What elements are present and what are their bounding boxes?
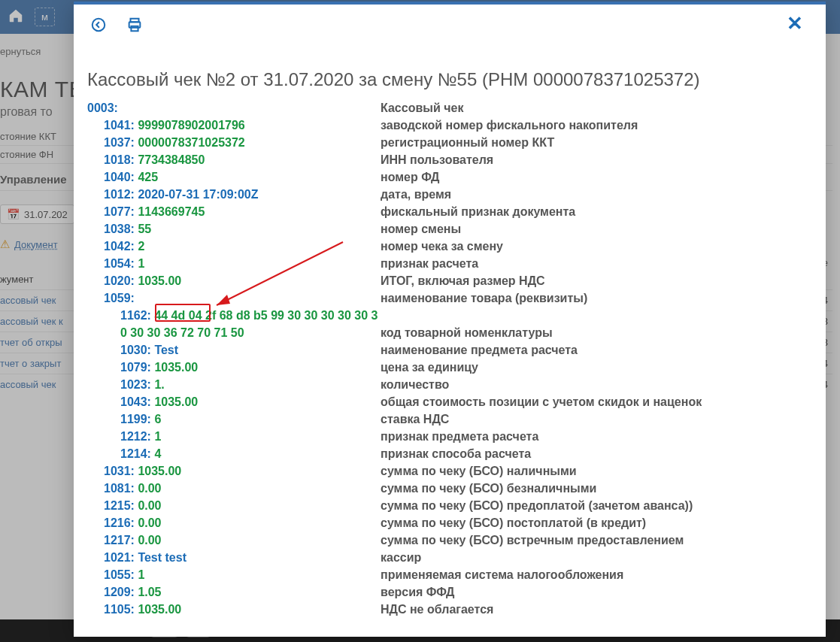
- receipt-field: 1162: 44 4d 04 2f 68 d8 b5 99 30 30 30 3…: [87, 307, 803, 341]
- receipt-field: 1021: Test testкассир: [87, 549, 803, 566]
- receipt-field: 1105: 1035.00НДС не облагается: [87, 601, 803, 618]
- field-description: применяемая система налогообложения: [381, 566, 803, 583]
- field-description: ИНН пользователя: [381, 151, 803, 168]
- receipt-field: 1054: 1признак расчета: [87, 255, 803, 272]
- field-description: код товарной номенклатуры: [381, 307, 803, 341]
- print-button[interactable]: [123, 14, 146, 36]
- field-description: кассир: [381, 549, 803, 566]
- receipt-field: 1038: 55номер смены: [87, 220, 803, 238]
- field-description: общая стоимость позиции с учетом скидок …: [381, 393, 803, 410]
- field-description: ИТОГ, включая размер НДС: [381, 272, 803, 289]
- field-description: Кассовый чек: [381, 99, 803, 117]
- field-description: наименование товара (реквизиты): [381, 289, 803, 307]
- field-description: сумма по чеку (БСО) встречным предоставл…: [381, 531, 803, 549]
- close-button[interactable]: ✕: [787, 14, 803, 33]
- receipt-field: 0003:Кассовый чек: [87, 99, 803, 117]
- receipt-field: 1030: Testнаименование предмета расчета: [87, 341, 803, 359]
- receipt-field: 1037: 0000078371025372регистрационный но…: [87, 134, 803, 151]
- field-description: признак расчета: [381, 255, 803, 272]
- back-button[interactable]: [87, 14, 110, 36]
- receipt-field: 1216: 0.00сумма по чеку (БСО) постоплато…: [87, 514, 803, 531]
- modal-title: Кассовый чек №2 от 31.07.2020 за смену №…: [87, 44, 803, 99]
- receipt-field: 1081: 0.00сумма по чеку (БСО) безналичны…: [87, 480, 803, 497]
- field-description: ставка НДС: [381, 410, 803, 428]
- receipt-field: 1217: 0.00сумма по чеку (БСО) встречным …: [87, 531, 803, 549]
- field-description: номер смены: [381, 220, 803, 238]
- field-description: сумма по чеку (БСО) наличными: [381, 462, 803, 480]
- field-description: НДС не облагается: [381, 601, 803, 618]
- svg-point-0: [92, 19, 105, 32]
- field-description: дата, время: [381, 186, 803, 203]
- field-description: цена за единицу: [381, 359, 803, 376]
- receipt-field: 1059:наименование товара (реквизиты): [87, 289, 803, 307]
- receipt-field: 1018: 7734384850ИНН пользователя: [87, 151, 803, 168]
- receipt-body: 0003:Кассовый чек1041: 9999078902001796з…: [87, 99, 803, 618]
- receipt-field: 1041: 9999078902001796заводской номер фи…: [87, 117, 803, 134]
- receipt-field: 1055: 1применяемая система налогообложен…: [87, 566, 803, 583]
- receipt-field: 1215: 0.00сумма по чеку (БСО) предоплато…: [87, 497, 803, 514]
- field-description: сумма по чеку (БСО) предоплатой (зачетом…: [381, 497, 803, 514]
- receipt-field: 1023: 1.количество: [87, 376, 803, 393]
- field-description: признак способа расчета: [381, 445, 803, 462]
- receipt-field: 1212: 1признак предмета расчета: [87, 428, 803, 445]
- modal-toolbar: ✕: [87, 14, 803, 44]
- field-description: заводской номер фискального накопителя: [381, 117, 803, 134]
- receipt-field: 1199: 6ставка НДС: [87, 410, 803, 428]
- field-description: количество: [381, 376, 803, 393]
- receipt-field: 1077: 1143669745фискальный признак докум…: [87, 203, 803, 220]
- receipt-field: 1020: 1035.00ИТОГ, включая размер НДС: [87, 272, 803, 289]
- field-description: регистрационный номер ККТ: [381, 134, 803, 151]
- svg-rect-3: [131, 26, 138, 31]
- field-description: версия ФФД: [381, 583, 803, 601]
- field-description: фискальный признак документа: [381, 203, 803, 220]
- receipt-field: 1214: 4признак способа расчета: [87, 445, 803, 462]
- receipt-field: 1079: 1035.00цена за единицу: [87, 359, 803, 376]
- field-description: сумма по чеку (БСО) постоплатой (в креди…: [381, 514, 803, 531]
- receipt-field: 1042: 2номер чека за смену: [87, 238, 803, 255]
- field-description: сумма по чеку (БСО) безналичными: [381, 480, 803, 497]
- receipt-field: 1209: 1.05версия ФФД: [87, 583, 803, 601]
- field-description: номер чека за смену: [381, 238, 803, 255]
- receipt-field: 1040: 425номер ФД: [87, 168, 803, 186]
- receipt-field: 1031: 1035.00сумма по чеку (БСО) наличны…: [87, 462, 803, 480]
- field-description: наименование предмета расчета: [381, 341, 803, 359]
- receipt-field: 1012: 2020-07-31 17:09:00Zдата, время: [87, 186, 803, 203]
- field-description: признак предмета расчета: [381, 428, 803, 445]
- receipt-field: 1043: 1035.00общая стоимость позиции с у…: [87, 393, 803, 410]
- receipt-modal: ✕ Кассовый чек №2 от 31.07.2020 за смену…: [74, 2, 826, 637]
- field-description: номер ФД: [381, 168, 803, 186]
